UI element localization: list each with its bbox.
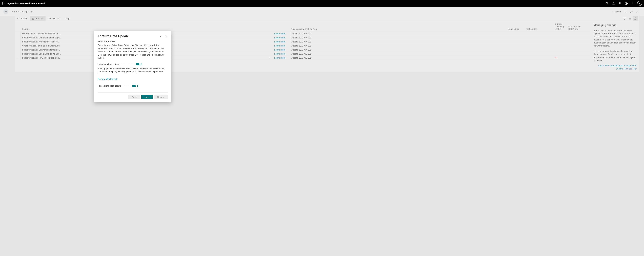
svg-point-0: [606, 2, 608, 4]
page-header: Feature Management Saved: [0, 7, 644, 16]
svg-line-18: [160, 35, 162, 37]
learn-more-link[interactable]: Learn more: [274, 44, 285, 47]
factbox-p1: Some new features are turned off when Dy…: [594, 29, 637, 47]
auto-enabled-cell: Update 19.0 (Q4 202: [290, 44, 506, 48]
page-title: Feature Management: [11, 10, 33, 13]
learn-more-link[interactable]: Learn more about feature management.: [594, 64, 637, 67]
learn-more-link[interactable]: Learn more: [274, 32, 285, 35]
col-update-start[interactable]: Update Start Date/Time: [567, 21, 590, 32]
learn-more-link[interactable]: Learn more: [274, 57, 285, 59]
svg-point-17: [635, 18, 636, 18]
search-icon[interactable]: [605, 2, 609, 5]
search-button[interactable]: Search: [15, 16, 30, 21]
release-plan-link[interactable]: See the Release Plan: [594, 67, 637, 70]
svg-marker-11: [624, 18, 626, 20]
svg-point-5: [18, 18, 19, 19]
user-avatar[interactable]: IK: [637, 1, 642, 6]
data-update-button[interactable]: Data Update: [46, 16, 62, 21]
auto-enabled-cell: Update 20.0 (Q2 202: [290, 56, 506, 60]
col-get-started[interactable]: Get started: [525, 21, 553, 32]
dialog-close-icon[interactable]: [165, 35, 168, 37]
col-feature[interactable]: Feature: [20, 21, 266, 32]
learn-more-link[interactable]: Learn more: [274, 40, 285, 43]
what-updated-heading: What is updated: [98, 40, 168, 43]
use-default-desc: Existing prices will be converted to def…: [98, 67, 168, 72]
notifications-icon[interactable]: [612, 2, 615, 5]
col-auto-from[interactable]: Automatically enabled from: [290, 21, 506, 32]
app-launcher-icon[interactable]: [2, 2, 4, 4]
app-title: Dynamics 365 Business Central: [7, 2, 45, 5]
feature-data-update-dialog: Feature Data Update What is updated Reco…: [94, 31, 172, 72]
auto-enabled-cell: Update 19.0 (Q4 202: [290, 40, 506, 44]
svg-point-2: [626, 3, 627, 4]
col-enabled-for[interactable]: Enabled for: [506, 21, 525, 32]
row-actions-icon[interactable]: ⋮: [268, 57, 271, 59]
auto-enabled-cell: Update 19.0 (Q4 202: [290, 36, 506, 40]
settings-icon[interactable]: [624, 2, 628, 5]
auto-enabled-cell: Update 19.0 (Q4 202: [290, 48, 506, 52]
factbox-panel: Managing change Some new features are tu…: [590, 21, 639, 72]
svg-line-6: [19, 19, 19, 19]
dialog-expand-icon[interactable]: [160, 35, 163, 37]
edit-list-button[interactable]: Edit List: [30, 16, 46, 21]
col-company-status[interactable]: Current Company Status: [553, 21, 567, 32]
learn-more-link[interactable]: Learn more: [274, 48, 285, 51]
use-default-price-lists-label: Use default price lists: [98, 63, 119, 65]
flag-icon[interactable]: [618, 2, 622, 5]
use-default-price-lists-toggle[interactable]: [136, 63, 142, 65]
learn-more-link[interactable]: Learn more: [274, 36, 285, 39]
auto-enabled-cell: Update 19.0 (Q4 202: [290, 32, 506, 36]
list-view-icon[interactable]: [628, 16, 632, 21]
saved-indicator: Saved: [612, 10, 621, 13]
collapse-icon[interactable]: [636, 10, 639, 13]
svg-line-1: [607, 4, 608, 4]
dialog-title: Feature Data Update: [98, 34, 129, 38]
expand-icon[interactable]: [630, 10, 633, 13]
factbox-p2: You can prepare in advance by enabling t…: [594, 50, 637, 62]
help-icon[interactable]: [631, 2, 634, 5]
page-button[interactable]: Page: [62, 16, 72, 21]
filter-icon[interactable]: [622, 16, 627, 21]
auto-enabled-cell: Update 20.0 (Q2 202: [290, 52, 506, 56]
svg-rect-7: [32, 18, 34, 19]
status-overflow-icon[interactable]: •••: [555, 57, 557, 59]
info-pane-icon[interactable]: [633, 16, 638, 21]
what-updated-body: Records from Sales Price, Sales Line Dis…: [98, 44, 168, 60]
toolbar: Search Edit List Data Update Page: [15, 16, 639, 21]
learn-more-link[interactable]: Learn more: [274, 52, 285, 55]
top-bar: Dynamics 365 Business Central IK: [0, 0, 644, 7]
factbox-heading: Managing change: [594, 24, 637, 27]
bookmark-icon[interactable]: [624, 10, 627, 13]
svg-point-3: [632, 4, 633, 4]
back-button[interactable]: [3, 9, 8, 14]
